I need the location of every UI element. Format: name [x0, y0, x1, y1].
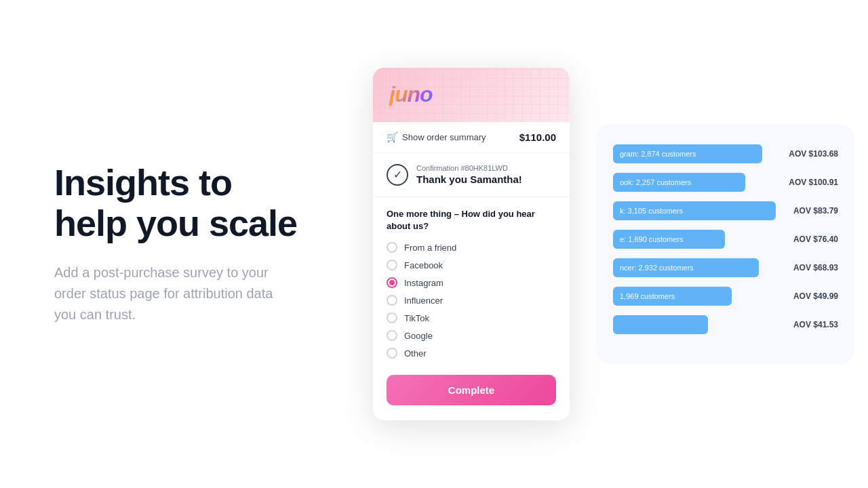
survey-option-facebook[interactable]: Facebook [387, 260, 556, 270]
aov-label: AOV $41.53 [784, 320, 838, 329]
aov-label: AOV $49.99 [784, 291, 838, 301]
thank-you-section: ✓ Confirmation #80HK81LWD Thank you Sama… [373, 153, 570, 197]
complete-button[interactable]: Complete [387, 375, 556, 405]
thank-you-message: Thank you Samantha! [416, 174, 522, 185]
survey-section: One more thing – How did you hear about … [373, 197, 570, 420]
analytics-bar: gram: 2,874 customers [613, 144, 762, 163]
card-header: juno [373, 68, 570, 122]
analytics-bar: e: 1,690 customers [613, 230, 725, 249]
cart-icon: 🛒 [387, 131, 398, 142]
radio-influencer [387, 295, 397, 306]
radio-instagram [387, 277, 397, 288]
order-amount: $110.00 [519, 131, 556, 143]
order-summary-left: 🛒 Show order summary [387, 131, 486, 142]
analytics-row: gram: 2,874 customersAOV $103.68 [613, 144, 838, 163]
radio-from-friend [387, 242, 397, 253]
option-label-instagram: Instagram [404, 278, 443, 288]
analytics-bar: ncer: 2,932 customers [613, 258, 759, 277]
survey-option-google[interactable]: Google [387, 330, 556, 341]
survey-question: One more thing – How did you hear about … [387, 208, 556, 232]
option-label-from-friend: From a friend [404, 243, 456, 253]
order-summary-label[interactable]: Show order summary [402, 132, 486, 142]
left-section: Insights to help you scale Add a post-pu… [0, 122, 353, 366]
option-label-tiktok: TikTok [404, 313, 429, 323]
option-label-google: Google [404, 331, 433, 341]
analytics-card: gram: 2,874 customersAOV $103.68ook: 2,2… [597, 124, 854, 364]
analytics-bar: ook: 2,257 customers [613, 173, 745, 192]
analytics-row: ook: 2,257 customersAOV $100.91 [613, 173, 838, 192]
bar-label: e: 1,690 customers [620, 235, 684, 243]
bar-label: ncer: 2,932 customers [620, 264, 694, 272]
analytics-row: AOV $41.53 [613, 315, 838, 334]
analytics-bar [613, 315, 708, 334]
confirmation-info: Confirmation #80HK81LWD Thank you Samant… [416, 164, 522, 185]
survey-option-from-friend[interactable]: From a friend [387, 242, 556, 253]
option-label-facebook: Facebook [404, 260, 443, 270]
analytics-row: 1,969 customersAOV $49.99 [613, 287, 838, 306]
radio-google [387, 330, 397, 341]
headline: Insights to help you scale [54, 163, 298, 243]
aov-label: AOV $68.93 [784, 263, 838, 272]
bar-label: gram: 2,874 customers [620, 150, 696, 158]
analytics-bar: 1,969 customers [613, 287, 732, 306]
analytics-row: ncer: 2,932 customersAOV $68.93 [613, 258, 838, 277]
confirmation-number: Confirmation #80HK81LWD [416, 164, 522, 172]
analytics-row: k: 3,105 customersAOV $83.79 [613, 201, 838, 220]
juno-logo: juno [389, 82, 433, 107]
survey-option-influencer[interactable]: Influencer [387, 295, 556, 306]
checkmark: ✓ [393, 168, 402, 181]
survey-options: From a friendFacebookInstagramInfluencer… [387, 242, 556, 359]
aov-label: AOV $83.79 [784, 206, 838, 216]
aov-label: AOV $103.68 [784, 149, 838, 159]
survey-option-other[interactable]: Other [387, 348, 556, 359]
option-label-influencer: Influencer [404, 296, 443, 306]
bar-label: ook: 2,257 customers [620, 178, 691, 186]
option-label-other: Other [404, 348, 427, 359]
order-card: juno 🛒 Show order summary $110.00 ✓ Conf… [373, 68, 570, 420]
order-summary-bar: 🛒 Show order summary $110.00 [373, 122, 570, 153]
subtext: Add a post-purchase survey to your order… [54, 262, 298, 325]
aov-label: AOV $100.91 [784, 178, 838, 187]
radio-tiktok [387, 312, 397, 323]
bar-label: k: 3,105 customers [620, 207, 683, 215]
bar-label: 1,969 customers [620, 292, 675, 300]
aov-label: AOV $76.40 [784, 235, 838, 244]
survey-option-instagram[interactable]: Instagram [387, 277, 556, 288]
analytics-bar: k: 3,105 customers [613, 201, 776, 220]
radio-other [387, 348, 397, 359]
check-circle-icon: ✓ [387, 164, 408, 186]
radio-facebook [387, 260, 397, 270]
right-section: gram: 2,874 customersAOV $103.68ook: 2,2… [353, 0, 868, 488]
survey-option-tiktok[interactable]: TikTok [387, 312, 556, 323]
analytics-row: e: 1,690 customersAOV $76.40 [613, 230, 838, 249]
